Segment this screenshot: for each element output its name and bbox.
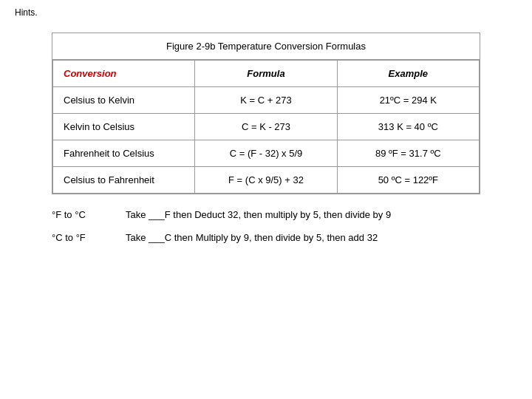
cell-formula: C = K - 273 xyxy=(195,114,337,140)
header-conversion: Conversion xyxy=(53,61,195,87)
hint-text: Take ___C then Multiply by 9, then divid… xyxy=(126,232,480,243)
hints-section: °F to °CTake ___F then Deduct 32, then m… xyxy=(52,209,480,243)
cell-formula: C = (F - 32) x 5/9 xyxy=(195,140,337,167)
table-row: Fahrenheit to CelsiusC = (F - 32) x 5/98… xyxy=(53,140,480,167)
cell-formula: F = (C x 9/5) + 32 xyxy=(195,167,337,194)
table-row: Celsius to KelvinK = C + 27321ºC = 294 K xyxy=(53,87,480,114)
table-title: Figure 2-9b Temperature Conversion Formu… xyxy=(52,33,480,60)
conversion-table: Conversion Formula Example Celsius to Ke… xyxy=(52,60,480,194)
cell-example: 313 K = 40 ºC xyxy=(337,114,479,140)
hint-row: °F to °CTake ___F then Deduct 32, then m… xyxy=(52,209,480,220)
table-row: Kelvin to CelsiusC = K - 273313 K = 40 º… xyxy=(53,114,480,140)
hint-label: °C to °F xyxy=(52,232,126,243)
cell-example: 50 ºC = 122ºF xyxy=(337,167,479,194)
table-row: Celsius to FahrenheitF = (C x 9/5) + 325… xyxy=(53,167,480,194)
header-formula: Formula xyxy=(195,61,337,87)
cell-conversion: Celsius to Fahrenheit xyxy=(53,167,195,194)
header-example: Example xyxy=(337,61,479,87)
cell-formula: K = C + 273 xyxy=(195,87,337,114)
hint-row: °C to °FTake ___C then Multiply by 9, th… xyxy=(52,232,480,243)
cell-conversion: Kelvin to Celsius xyxy=(53,114,195,140)
hints-label: Hints. xyxy=(15,7,517,18)
cell-conversion: Celsius to Kelvin xyxy=(53,87,195,114)
hint-label: °F to °C xyxy=(52,209,126,220)
hint-text: Take ___F then Deduct 32, then multiply … xyxy=(126,209,480,220)
cell-conversion: Fahrenheit to Celsius xyxy=(53,140,195,167)
cell-example: 89 ºF = 31.7 ºC xyxy=(337,140,479,167)
cell-example: 21ºC = 294 K xyxy=(337,87,479,114)
table-container: Figure 2-9b Temperature Conversion Formu… xyxy=(52,33,480,194)
